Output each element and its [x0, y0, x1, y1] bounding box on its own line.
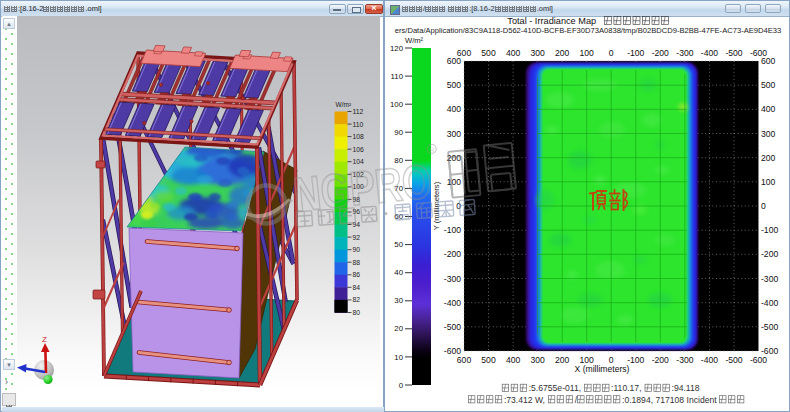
- svg-text:300: 300: [530, 355, 545, 365]
- svg-text:400: 400: [506, 48, 521, 58]
- svg-text:300: 300: [530, 48, 545, 58]
- svg-text:100: 100: [580, 355, 595, 365]
- svg-text::73.412 W,: :73.412 W,: [504, 395, 547, 405]
- svg-text:500: 500: [481, 355, 496, 365]
- svg-text:104: 104: [353, 158, 365, 165]
- svg-text:0: 0: [399, 381, 404, 390]
- svg-text:-100: -100: [444, 225, 461, 235]
- svg-text:98: 98: [353, 196, 361, 203]
- svg-text::94.118: :94.118: [672, 383, 700, 393]
- svg-text:0: 0: [609, 48, 614, 58]
- svg-text:100: 100: [447, 177, 462, 187]
- svg-text::5.6755e-011,: :5.6755e-011,: [529, 383, 584, 393]
- svg-text:-500: -500: [444, 322, 461, 332]
- svg-text:ers/Data/Application/83C9A118-: ers/Data/Application/83C9A118-D562-410D-…: [395, 26, 782, 35]
- svg-text:20: 20: [394, 324, 403, 333]
- svg-text:0: 0: [609, 355, 614, 365]
- svg-text:50: 50: [394, 240, 403, 249]
- svg-text:120: 120: [390, 44, 404, 53]
- svg-text:X (millimeters): X (millimeters): [575, 364, 630, 374]
- svg-text:-200: -200: [652, 48, 669, 58]
- svg-text:200: 200: [447, 153, 462, 163]
- svg-text:-300: -300: [676, 355, 693, 365]
- svg-text:102: 102: [353, 171, 365, 178]
- svg-text:500: 500: [481, 48, 496, 58]
- svg-text:-600: -600: [750, 355, 767, 365]
- svg-text:94: 94: [353, 221, 361, 228]
- svg-text:-100: -100: [627, 48, 644, 58]
- svg-text:60: 60: [394, 212, 403, 221]
- svg-text:200: 200: [555, 48, 570, 58]
- svg-text:86: 86: [353, 271, 361, 278]
- svg-text:-100: -100: [761, 225, 778, 235]
- svg-text:-400: -400: [701, 48, 718, 58]
- svg-text:Total - Irradiance Map: Total - Irradiance Map: [507, 16, 598, 26]
- svg-text:80: 80: [394, 156, 403, 165]
- svg-text:100: 100: [353, 183, 365, 190]
- svg-text:100: 100: [761, 177, 776, 187]
- svg-text:200: 200: [555, 355, 570, 365]
- svg-text:W/m²: W/m²: [336, 101, 353, 108]
- svg-text:0: 0: [456, 201, 461, 211]
- svg-text:500: 500: [761, 80, 776, 90]
- svg-text:88: 88: [353, 259, 361, 266]
- svg-text:Z: Z: [42, 335, 47, 344]
- svg-text:W/m²: W/m²: [405, 36, 424, 45]
- svg-text:80: 80: [353, 309, 361, 316]
- svg-text:500: 500: [447, 80, 462, 90]
- svg-text:-200: -200: [761, 249, 778, 259]
- svg-text:-400: -400: [444, 298, 461, 308]
- svg-text:96: 96: [353, 208, 361, 215]
- svg-text::0.1894, 717108 Incident: :0.1894, 717108 Incident: [622, 395, 719, 405]
- svg-text:90: 90: [394, 128, 403, 137]
- svg-text:600: 600: [761, 56, 776, 66]
- svg-text:110: 110: [353, 121, 364, 128]
- svg-text:400: 400: [761, 104, 776, 114]
- svg-text:108: 108: [353, 133, 365, 140]
- svg-text:-400: -400: [761, 298, 778, 308]
- svg-text:400: 400: [506, 355, 521, 365]
- svg-text:106: 106: [353, 146, 365, 153]
- svg-text:-300: -300: [676, 48, 693, 58]
- svg-text:-200: -200: [444, 249, 461, 259]
- svg-text:400: 400: [447, 104, 462, 114]
- svg-text::110.17,: :110.17,: [611, 383, 644, 393]
- svg-text:-100: -100: [627, 355, 644, 365]
- svg-text:10: 10: [394, 353, 403, 362]
- svg-text:-300: -300: [444, 274, 461, 284]
- svg-text:300: 300: [447, 129, 462, 139]
- svg-text:92: 92: [353, 234, 361, 241]
- svg-text:600: 600: [447, 56, 462, 66]
- svg-text:-600: -600: [444, 346, 461, 356]
- svg-text:30: 30: [394, 296, 403, 305]
- svg-text:100: 100: [390, 100, 404, 109]
- svg-text:40: 40: [394, 268, 403, 277]
- svg-text:600: 600: [457, 355, 472, 365]
- svg-text:90: 90: [353, 246, 361, 253]
- svg-text:Y (millimeters): Y (millimeters): [432, 181, 441, 230]
- svg-text:70: 70: [394, 184, 403, 193]
- svg-text:-500: -500: [725, 48, 742, 58]
- svg-text:110: 110: [391, 72, 404, 81]
- svg-text:300: 300: [761, 129, 776, 139]
- svg-text:100: 100: [580, 48, 595, 58]
- svg-text:200: 200: [761, 153, 776, 163]
- svg-text:-600: -600: [761, 346, 778, 356]
- svg-text:-500: -500: [725, 355, 742, 365]
- svg-text:0: 0: [761, 201, 766, 211]
- svg-text:-400: -400: [701, 355, 718, 365]
- svg-text:82: 82: [353, 296, 361, 303]
- svg-text:112: 112: [353, 108, 364, 115]
- svg-text:-300: -300: [761, 274, 778, 284]
- svg-text:84: 84: [353, 284, 361, 291]
- svg-text:-500: -500: [761, 322, 778, 332]
- svg-text:-200: -200: [652, 355, 669, 365]
